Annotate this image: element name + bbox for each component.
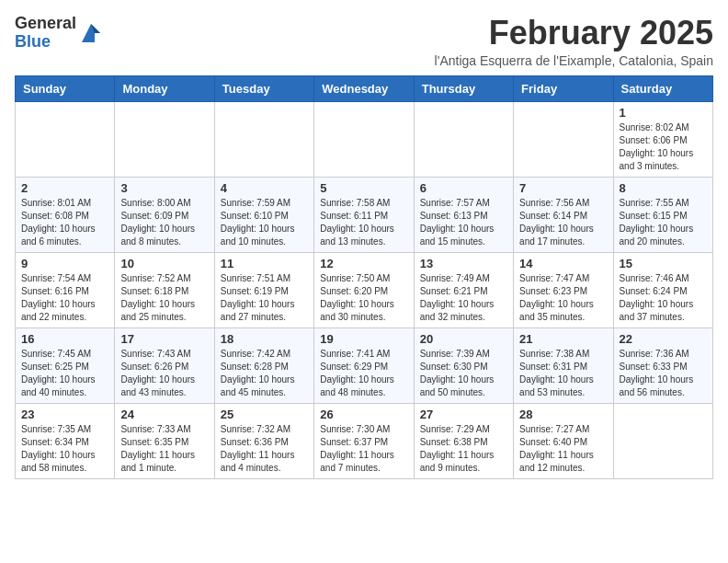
calendar-cell bbox=[514, 101, 613, 177]
page-header: General Blue February 2025 l'Antiga Esqu… bbox=[15, 15, 713, 68]
day-info: Sunrise: 7:47 AM Sunset: 6:23 PM Dayligh… bbox=[519, 272, 607, 324]
calendar-cell: 16Sunrise: 7:45 AM Sunset: 6:25 PM Dayli… bbox=[16, 327, 115, 403]
weekday-header-tuesday: Tuesday bbox=[214, 75, 313, 101]
calendar-cell: 8Sunrise: 7:55 AM Sunset: 6:15 PM Daylig… bbox=[613, 177, 712, 252]
day-info: Sunrise: 8:00 AM Sunset: 6:09 PM Dayligh… bbox=[120, 197, 208, 248]
day-info: Sunrise: 7:30 AM Sunset: 6:37 PM Dayligh… bbox=[320, 423, 407, 475]
day-number: 21 bbox=[519, 332, 607, 346]
day-number: 7 bbox=[519, 181, 607, 195]
day-info: Sunrise: 7:54 AM Sunset: 6:16 PM Dayligh… bbox=[21, 272, 108, 324]
day-info: Sunrise: 7:52 AM Sunset: 6:18 PM Dayligh… bbox=[120, 272, 208, 324]
day-number: 22 bbox=[620, 332, 707, 346]
calendar-cell: 24Sunrise: 7:33 AM Sunset: 6:35 PM Dayli… bbox=[115, 403, 214, 478]
day-number: 9 bbox=[21, 257, 108, 270]
day-info: Sunrise: 7:32 AM Sunset: 6:36 PM Dayligh… bbox=[221, 423, 308, 475]
weekday-header-monday: Monday bbox=[115, 75, 214, 101]
day-number: 8 bbox=[620, 181, 707, 195]
day-number: 20 bbox=[420, 332, 507, 346]
day-number: 27 bbox=[420, 408, 507, 421]
day-info: Sunrise: 7:45 AM Sunset: 6:25 PM Dayligh… bbox=[21, 348, 108, 399]
calendar-cell: 7Sunrise: 7:56 AM Sunset: 6:14 PM Daylig… bbox=[514, 177, 613, 252]
weekday-header-wednesday: Wednesday bbox=[314, 75, 414, 101]
day-number: 11 bbox=[221, 257, 308, 270]
calendar-cell: 28Sunrise: 7:27 AM Sunset: 6:40 PM Dayli… bbox=[514, 403, 613, 478]
day-number: 25 bbox=[221, 408, 308, 421]
weekday-header-sunday: Sunday bbox=[16, 75, 115, 101]
day-info: Sunrise: 7:35 AM Sunset: 6:34 PM Dayligh… bbox=[21, 423, 108, 475]
calendar-cell: 4Sunrise: 7:59 AM Sunset: 6:10 PM Daylig… bbox=[214, 177, 313, 252]
calendar-cell: 5Sunrise: 7:58 AM Sunset: 6:11 PM Daylig… bbox=[314, 177, 414, 252]
calendar-cell: 12Sunrise: 7:50 AM Sunset: 6:20 PM Dayli… bbox=[314, 252, 414, 327]
calendar-cell bbox=[314, 101, 414, 177]
calendar-cell: 21Sunrise: 7:38 AM Sunset: 6:31 PM Dayli… bbox=[514, 327, 613, 403]
logo-icon bbox=[78, 20, 104, 46]
day-info: Sunrise: 7:36 AM Sunset: 6:33 PM Dayligh… bbox=[620, 348, 707, 399]
day-info: Sunrise: 7:33 AM Sunset: 6:35 PM Dayligh… bbox=[120, 423, 208, 475]
day-info: Sunrise: 7:43 AM Sunset: 6:26 PM Dayligh… bbox=[120, 348, 208, 399]
calendar-cell: 27Sunrise: 7:29 AM Sunset: 6:38 PM Dayli… bbox=[414, 403, 513, 478]
calendar-cell bbox=[613, 403, 712, 478]
weekday-header-saturday: Saturday bbox=[613, 75, 712, 101]
day-info: Sunrise: 8:01 AM Sunset: 6:08 PM Dayligh… bbox=[21, 197, 108, 248]
calendar-cell: 25Sunrise: 7:32 AM Sunset: 6:36 PM Dayli… bbox=[214, 403, 313, 478]
calendar-cell: 17Sunrise: 7:43 AM Sunset: 6:26 PM Dayli… bbox=[115, 327, 214, 403]
calendar-cell: 2Sunrise: 8:01 AM Sunset: 6:08 PM Daylig… bbox=[16, 177, 115, 252]
calendar-cell: 13Sunrise: 7:49 AM Sunset: 6:21 PM Dayli… bbox=[414, 252, 513, 327]
calendar-cell: 20Sunrise: 7:39 AM Sunset: 6:30 PM Dayli… bbox=[414, 327, 513, 403]
day-info: Sunrise: 7:27 AM Sunset: 6:40 PM Dayligh… bbox=[519, 423, 607, 475]
day-number: 15 bbox=[620, 257, 707, 270]
day-number: 4 bbox=[221, 181, 308, 195]
day-info: Sunrise: 7:42 AM Sunset: 6:28 PM Dayligh… bbox=[221, 348, 308, 399]
calendar-cell bbox=[414, 101, 513, 177]
day-info: Sunrise: 7:57 AM Sunset: 6:13 PM Dayligh… bbox=[420, 197, 507, 248]
title-section: February 2025 l'Antiga Esquerra de l'Eix… bbox=[435, 15, 713, 68]
day-number: 18 bbox=[221, 332, 308, 346]
calendar-cell: 23Sunrise: 7:35 AM Sunset: 6:34 PM Dayli… bbox=[16, 403, 115, 478]
logo-blue-text: Blue bbox=[15, 33, 76, 52]
day-info: Sunrise: 7:41 AM Sunset: 6:29 PM Dayligh… bbox=[320, 348, 407, 399]
day-number: 17 bbox=[120, 332, 208, 346]
calendar-cell: 19Sunrise: 7:41 AM Sunset: 6:29 PM Dayli… bbox=[314, 327, 414, 403]
week-row-4: 23Sunrise: 7:35 AM Sunset: 6:34 PM Dayli… bbox=[16, 403, 713, 478]
calendar-cell: 14Sunrise: 7:47 AM Sunset: 6:23 PM Dayli… bbox=[514, 252, 613, 327]
day-info: Sunrise: 7:49 AM Sunset: 6:21 PM Dayligh… bbox=[420, 272, 507, 324]
weekday-header-row: SundayMondayTuesdayWednesdayThursdayFrid… bbox=[16, 75, 713, 101]
calendar-cell: 22Sunrise: 7:36 AM Sunset: 6:33 PM Dayli… bbox=[613, 327, 712, 403]
calendar-cell: 9Sunrise: 7:54 AM Sunset: 6:16 PM Daylig… bbox=[16, 252, 115, 327]
day-info: Sunrise: 7:46 AM Sunset: 6:24 PM Dayligh… bbox=[620, 272, 707, 324]
day-number: 14 bbox=[519, 257, 607, 270]
day-info: Sunrise: 7:29 AM Sunset: 6:38 PM Dayligh… bbox=[420, 423, 507, 475]
weekday-header-thursday: Thursday bbox=[414, 75, 513, 101]
day-number: 26 bbox=[320, 408, 407, 421]
day-number: 1 bbox=[620, 106, 707, 120]
day-info: Sunrise: 7:59 AM Sunset: 6:10 PM Dayligh… bbox=[221, 197, 308, 248]
day-number: 10 bbox=[120, 257, 208, 270]
calendar-cell: 15Sunrise: 7:46 AM Sunset: 6:24 PM Dayli… bbox=[613, 252, 712, 327]
week-row-3: 16Sunrise: 7:45 AM Sunset: 6:25 PM Dayli… bbox=[16, 327, 713, 403]
day-info: Sunrise: 7:39 AM Sunset: 6:30 PM Dayligh… bbox=[420, 348, 507, 399]
day-number: 12 bbox=[320, 257, 407, 270]
day-info: Sunrise: 7:56 AM Sunset: 6:14 PM Dayligh… bbox=[519, 197, 607, 248]
day-info: Sunrise: 7:58 AM Sunset: 6:11 PM Dayligh… bbox=[320, 197, 407, 248]
calendar-cell: 1Sunrise: 8:02 AM Sunset: 6:06 PM Daylig… bbox=[613, 101, 712, 177]
logo-general-text: General bbox=[15, 15, 76, 33]
calendar-cell: 11Sunrise: 7:51 AM Sunset: 6:19 PM Dayli… bbox=[214, 252, 313, 327]
day-number: 5 bbox=[320, 181, 407, 195]
day-info: Sunrise: 7:51 AM Sunset: 6:19 PM Dayligh… bbox=[221, 272, 308, 324]
calendar-cell: 3Sunrise: 8:00 AM Sunset: 6:09 PM Daylig… bbox=[115, 177, 214, 252]
day-number: 24 bbox=[120, 408, 208, 421]
calendar-cell bbox=[214, 101, 313, 177]
day-number: 13 bbox=[420, 257, 507, 270]
weekday-header-friday: Friday bbox=[514, 75, 613, 101]
day-info: Sunrise: 7:50 AM Sunset: 6:20 PM Dayligh… bbox=[320, 272, 407, 324]
calendar-table: SundayMondayTuesdayWednesdayThursdayFrid… bbox=[15, 75, 713, 479]
logo: General Blue bbox=[15, 15, 104, 52]
calendar-cell: 6Sunrise: 7:57 AM Sunset: 6:13 PM Daylig… bbox=[414, 177, 513, 252]
calendar-cell: 26Sunrise: 7:30 AM Sunset: 6:37 PM Dayli… bbox=[314, 403, 414, 478]
day-number: 2 bbox=[21, 181, 108, 195]
week-row-2: 9Sunrise: 7:54 AM Sunset: 6:16 PM Daylig… bbox=[16, 252, 713, 327]
day-number: 3 bbox=[120, 181, 208, 195]
day-info: Sunrise: 7:55 AM Sunset: 6:15 PM Dayligh… bbox=[620, 197, 707, 248]
calendar-cell: 10Sunrise: 7:52 AM Sunset: 6:18 PM Dayli… bbox=[115, 252, 214, 327]
calendar-cell: 18Sunrise: 7:42 AM Sunset: 6:28 PM Dayli… bbox=[214, 327, 313, 403]
